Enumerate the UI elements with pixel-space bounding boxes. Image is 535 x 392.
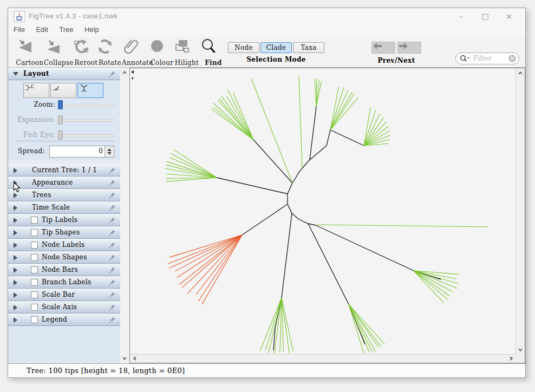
section-tip-labels[interactable]: Tip Labels (8, 214, 120, 226)
pin-icon[interactable] (109, 241, 116, 249)
tip-shapes-checkbox[interactable] (31, 229, 38, 236)
menu-edit[interactable]: Edit (34, 24, 49, 35)
pin-icon[interactable] (109, 266, 116, 273)
colour-tool[interactable]: Colour (148, 37, 176, 67)
tip-labels-checkbox[interactable] (31, 217, 38, 224)
stepper-up-icon[interactable] (107, 148, 112, 151)
scale-bar-checkbox[interactable] (31, 291, 38, 298)
section-branch-labels[interactable]: Branch Labels (8, 276, 120, 289)
expand-triangle-icon[interactable] (14, 168, 17, 173)
section-time-scale[interactable]: Time Scale (8, 201, 120, 214)
rectangular-tree-icon (24, 83, 36, 92)
filter-clear-icon[interactable]: ✕ (508, 55, 516, 62)
filter-input[interactable] (472, 54, 508, 63)
collapse-triangle-icon[interactable] (13, 72, 18, 76)
pin-icon[interactable] (109, 179, 116, 186)
scroll-down-icon[interactable] (122, 356, 127, 361)
pin-icon[interactable] (109, 217, 116, 224)
scrollbar-corner (516, 355, 525, 363)
scroll-down-icon[interactable] (518, 347, 523, 352)
zoom-slider-track[interactable] (59, 104, 115, 107)
vertical-scrollbar[interactable] (516, 68, 525, 355)
collapse-tool[interactable]: Collapse (44, 37, 72, 67)
minimize-button[interactable]: – (449, 8, 473, 24)
expand-triangle-icon[interactable] (14, 230, 17, 236)
section-node-shapes[interactable]: Node Shapes (8, 251, 120, 264)
pin-icon[interactable] (109, 229, 116, 236)
node-bars-checkbox[interactable] (31, 266, 38, 273)
node-shapes-checkbox[interactable] (31, 254, 38, 261)
legend-checkbox[interactable] (31, 316, 38, 323)
node-labels-checkbox[interactable] (31, 241, 38, 249)
expand-triangle-icon[interactable] (14, 305, 17, 310)
layout-panel-body: Zoom: Expansion: Fish Eye: Spread: (8, 80, 120, 160)
expand-triangle-icon[interactable] (14, 218, 17, 223)
scale-axis-checkbox[interactable] (31, 304, 38, 311)
layout-polar-button[interactable] (50, 83, 76, 98)
prev-next-group: Prev/Next (362, 42, 431, 64)
cartoon-tool[interactable]: Cartoon (16, 37, 44, 67)
pin-icon[interactable] (109, 291, 116, 298)
spread-stepper[interactable] (105, 146, 114, 157)
java-coffee-icon (14, 11, 24, 22)
section-legend[interactable]: Legend (8, 313, 120, 326)
pin-icon[interactable] (109, 304, 116, 311)
maximize-button[interactable]: □ (473, 8, 497, 24)
expand-triangle-icon[interactable] (14, 243, 17, 248)
expansion-slider-row: Expansion: (8, 115, 120, 124)
selection-taxa-button[interactable]: Taxa (293, 42, 324, 53)
sidebar-scrollbar[interactable] (120, 68, 129, 363)
next-button[interactable] (397, 42, 421, 54)
close-button[interactable]: × (497, 8, 521, 24)
menu-help[interactable]: Help (83, 24, 101, 35)
pin-icon[interactable] (109, 204, 116, 211)
section-appearance[interactable]: Appearance (8, 177, 120, 189)
pin-icon[interactable] (109, 70, 116, 77)
pin-icon[interactable] (109, 167, 116, 174)
scroll-right-icon[interactable] (508, 356, 514, 361)
spread-spinner[interactable]: 0 (49, 146, 114, 158)
expand-triangle-icon[interactable] (14, 317, 17, 323)
section-scale-bar[interactable]: Scale Bar (8, 289, 120, 301)
zoom-slider-thumb[interactable] (58, 100, 63, 109)
section-node-bars[interactable]: Node Bars (8, 264, 120, 276)
selection-node-button[interactable]: Node (228, 42, 259, 53)
expand-triangle-icon[interactable] (14, 255, 17, 260)
section-trees[interactable]: Trees (8, 189, 120, 201)
annotate-tool[interactable]: Annotate (122, 37, 150, 67)
scroll-up-icon[interactable] (518, 70, 523, 76)
expansion-slider-track (59, 119, 115, 122)
section-tip-shapes[interactable]: Tip Shapes (8, 226, 120, 239)
expand-triangle-icon[interactable] (14, 193, 17, 198)
prev-button[interactable] (371, 42, 395, 54)
expand-triangle-icon[interactable] (14, 280, 17, 285)
branch-labels-checkbox[interactable] (31, 279, 38, 286)
tree-viewport[interactable] (130, 68, 516, 355)
pin-icon[interactable] (109, 192, 116, 199)
layout-panel-header[interactable]: Layout (8, 68, 120, 80)
rotate-tool[interactable]: Rotate (96, 37, 124, 67)
pin-icon[interactable] (109, 254, 116, 261)
expand-triangle-icon[interactable] (14, 292, 17, 298)
pin-icon[interactable] (109, 279, 116, 286)
layout-rectangular-button[interactable] (23, 83, 49, 98)
menu-tree[interactable]: Tree (57, 24, 75, 35)
scroll-up-icon[interactable] (122, 70, 127, 75)
scroll-left-icon[interactable] (132, 356, 138, 361)
expand-triangle-icon[interactable] (14, 205, 17, 211)
cartoon-icon (16, 37, 44, 57)
section-current-tree[interactable]: Current Tree: 1 / 1 (8, 164, 120, 177)
filter-search[interactable]: ✕ (455, 53, 519, 64)
section-node-labels[interactable]: Node Labels (8, 239, 120, 251)
selection-clade-button[interactable]: Clade (260, 42, 292, 53)
stepper-down-icon[interactable] (107, 152, 112, 155)
selection-mode-group: NodeCladeTaxa Selection Mode (220, 42, 332, 63)
section-scale-axis[interactable]: Scale Axis (8, 301, 120, 313)
layout-radial-button[interactable] (77, 83, 103, 98)
horizontal-scrollbar[interactable] (130, 354, 516, 363)
menu-file[interactable]: File (12, 24, 27, 35)
pin-icon[interactable] (109, 316, 116, 323)
expand-triangle-icon[interactable] (14, 267, 17, 273)
hilight-tool[interactable]: Hilight (173, 37, 201, 67)
filter-magnifier-icon[interactable] (460, 55, 471, 62)
